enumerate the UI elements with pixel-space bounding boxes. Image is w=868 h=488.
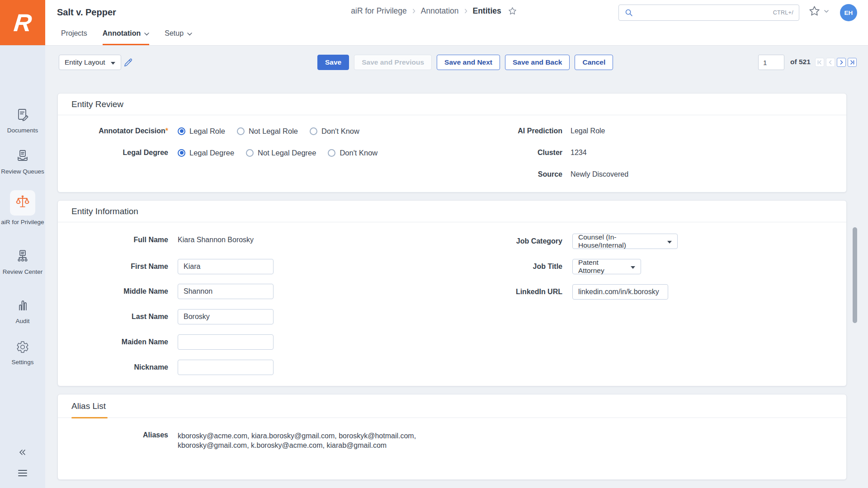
tab-annotation[interactable]: Annotation [103, 27, 149, 45]
double-chevron-left-icon [18, 450, 28, 458]
entity-review-title: Entity Review [58, 94, 846, 115]
cluster-value: 1234 [571, 149, 587, 157]
ai-prediction-label: AI Prediction [58, 127, 562, 135]
cluster-label: Cluster [58, 149, 562, 157]
job-category-dropdown[interactable]: Counsel (In-House/Internal) [572, 234, 678, 249]
tab-setup[interactable]: Setup [165, 27, 192, 45]
source-label: Source [58, 170, 562, 178]
cancel-button[interactable]: Cancel [575, 55, 613, 70]
sidebar-item-air-for-privilege[interactable]: aiR for Privilege [0, 190, 45, 227]
active-section-underline [71, 417, 108, 418]
page-count-label: of 521 [790, 58, 811, 66]
gear-icon [16, 347, 29, 355]
job-category-label: Job Category [58, 237, 562, 245]
entity-information-panel: Entity Information Full Name Kiara Shann… [57, 200, 847, 386]
top-header: R Salt v. Pepper Projects Annotation Set… [0, 0, 868, 45]
pencil-icon [123, 61, 133, 69]
last-record-button[interactable] [848, 58, 857, 67]
favorite-star-icon[interactable] [508, 6, 517, 16]
last-name-input[interactable] [178, 309, 274, 324]
layout-selector-dropdown[interactable]: Entity Layout [59, 55, 121, 70]
nickname-label: Nickname [58, 363, 168, 371]
chevron-right-icon [412, 9, 415, 14]
caret-down-icon [111, 58, 115, 66]
source-value: Newly Discovered [571, 170, 628, 178]
caret-down-icon [631, 263, 635, 271]
aliases-label: Aliases [58, 431, 168, 439]
favorites-menu [808, 5, 829, 17]
maiden-name-label: Maiden Name [58, 338, 168, 346]
nickname-input[interactable] [178, 360, 274, 375]
review-queues-icon [15, 157, 30, 164]
alias-list-panel: Alias List Aliases kborosky@acme.com, ki… [57, 394, 847, 480]
menu-button[interactable] [0, 469, 45, 479]
user-avatar[interactable]: EH [840, 4, 857, 21]
maiden-name-input[interactable] [178, 334, 274, 350]
first-record-button[interactable] [815, 58, 824, 67]
search-shortcut-hint: CTRL+/ [773, 9, 793, 16]
relativity-logo[interactable]: R [0, 0, 45, 45]
entity-information-title: Entity Information [58, 201, 846, 222]
search-input[interactable] [638, 9, 769, 17]
global-search: CTRL+/ [618, 5, 799, 21]
record-pager [815, 58, 857, 67]
last-name-label: Last Name [58, 313, 168, 321]
review-center-icon [15, 257, 30, 265]
job-title-dropdown[interactable]: Patent Attorney [572, 259, 641, 274]
workspace-title: Salt v. Pepper [57, 7, 116, 18]
sidebar-item-documents[interactable]: Documents [0, 108, 45, 135]
logo-letter: R [12, 9, 33, 37]
caret-down-icon [667, 237, 672, 245]
alias-list-title: Alias List [58, 394, 846, 418]
save-and-back-button[interactable]: Save and Back [505, 55, 570, 70]
sidebar-item-review-center[interactable]: Review Center [0, 249, 45, 277]
breadcrumb-annotation[interactable]: Annotation [421, 6, 459, 16]
bar-chart-icon [15, 306, 30, 314]
next-record-button[interactable] [837, 58, 846, 67]
star-icon[interactable] [808, 5, 821, 17]
entity-review-panel: Entity Review Annotator Decision* Legal … [57, 93, 847, 192]
previous-record-button[interactable] [826, 58, 835, 67]
linkedin-url-label: LinkedIn URL [58, 288, 562, 296]
sidebar-item-review-queues[interactable]: Review Queues [0, 149, 45, 176]
document-edit-icon [15, 116, 30, 123]
breadcrumb-air-for-privilege[interactable]: aiR for Privilege [351, 6, 407, 16]
save-button[interactable]: Save [317, 55, 349, 70]
left-sidebar: Documents Review Queues [0, 45, 45, 488]
main-tab-bar: Projects Annotation Setup [61, 27, 192, 45]
breadcrumb-entities[interactable]: Entities [473, 6, 501, 16]
tab-projects[interactable]: Projects [61, 27, 87, 45]
collapse-sidebar-button[interactable] [0, 448, 45, 458]
search-icon [624, 8, 633, 17]
page-number-input[interactable] [758, 55, 784, 70]
vertical-scrollbar[interactable] [853, 227, 857, 323]
ai-prediction-value: Legal Role [571, 127, 605, 135]
save-and-next-button[interactable]: Save and Next [437, 55, 500, 70]
job-title-label: Job Title [58, 263, 562, 271]
chevron-right-icon [464, 9, 467, 14]
linkedin-url-input[interactable] [572, 284, 668, 300]
scales-icon [15, 194, 30, 211]
chevron-down-icon [187, 29, 192, 38]
chevron-down-icon[interactable] [824, 10, 829, 13]
chevron-down-icon [144, 29, 149, 38]
save-and-previous-button[interactable]: Save and Previous [354, 55, 432, 70]
aliases-value: kborosky@acme.com, kiara.borosky@gmail.c… [178, 431, 416, 450]
edit-layout-button[interactable] [123, 57, 133, 70]
save-actions: Save Save and Previous Save and Next Sav… [317, 55, 613, 70]
sidebar-item-audit[interactable]: Audit [0, 298, 45, 326]
sidebar-item-settings[interactable]: Settings [0, 340, 45, 367]
active-item-highlight [10, 190, 35, 216]
hamburger-menu-icon [17, 471, 28, 479]
